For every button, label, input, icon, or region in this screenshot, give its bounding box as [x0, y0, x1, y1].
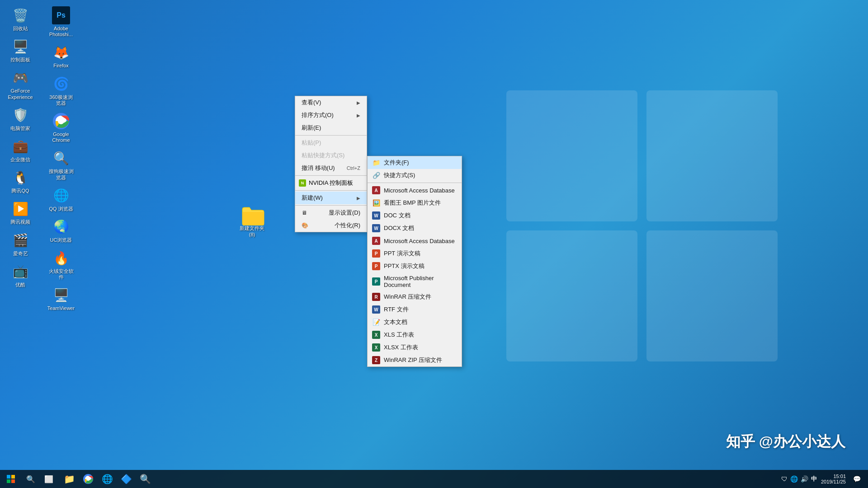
desktop-icon-ps[interactable]: Ps AdobePhotoshi...: [45, 5, 77, 39]
desktop-icon-youku[interactable]: 📺 优酷: [5, 261, 36, 290]
ctx-new-rar[interactable]: R WinRAR 压缩文件: [368, 291, 462, 303]
desktop-icon-yewu[interactable]: 💼 企业微信: [5, 136, 36, 164]
ctx-new-txt-label: 文本文档: [384, 318, 407, 326]
start-button[interactable]: [0, 470, 22, 488]
desktop-icon-firefox[interactable]: 🦊 Firefox: [45, 42, 77, 70]
nvidia-icon: N: [299, 179, 306, 187]
ctx-sort-label: 排序方式(O): [302, 111, 334, 119]
ctx-new-publisher-label: Microsoft Publisher Document: [384, 275, 457, 288]
ctx-undo-label: 撤消 移动(U): [302, 164, 335, 172]
ctx-new-access2[interactable]: A Microsoft Access Database: [368, 235, 462, 247]
ctx-new-xlsx-label: XLSX 工作表: [384, 343, 418, 352]
ctx-new-publisher[interactable]: P Microsoft Publisher Document: [368, 272, 462, 291]
ctx-new-xls[interactable]: X XLS 工作表: [368, 328, 462, 341]
desktop-icon-360speed[interactable]: 🌀 360极速浏览器: [45, 73, 77, 108]
rar-file-icon: R: [372, 293, 380, 301]
context-menu-main: 查看(V) ▶ 排序方式(O) ▶ 刷新(E) 粘贴(P) 粘贴快捷方式(S) …: [295, 96, 367, 232]
desktop-icon-tengxun[interactable]: ▶️ 腾讯视频: [5, 198, 36, 227]
360speed-label: 360极速浏览器: [49, 94, 72, 106]
desktop-icon-diannao[interactable]: 🛡️ 电脑管家: [5, 104, 36, 133]
desktop-icon-kongzhi[interactable]: 🖥️ 控制面板: [5, 36, 36, 65]
360speed-icon: 🌀: [52, 75, 70, 93]
tray-volume[interactable]: 🔊: [801, 475, 808, 483]
huishao-icon: 🗑️: [11, 6, 29, 24]
ctx-new-bmp[interactable]: 🖼️ 看图王 BMP 图片文件: [368, 197, 462, 209]
ctx-display[interactable]: 🖥 显示设置(D): [295, 206, 367, 219]
geforce-label: GeForceExperience: [8, 88, 33, 100]
ctx-new-docx-label: DOCX 文档: [384, 224, 414, 232]
ctx-undo[interactable]: 撤消 移动(U) Ctrl+Z: [295, 162, 367, 174]
geforce-icon: 🎮: [11, 69, 29, 87]
ctx-sort[interactable]: 排序方式(O) ▶: [295, 109, 367, 122]
ctx-paste-label: 粘贴(P): [302, 139, 321, 147]
qq-icon: 🐧: [11, 169, 29, 187]
taskbar-explorer[interactable]: 📁: [60, 470, 78, 488]
desktop-icon-huocheng[interactable]: 🔥 火绒安全软件: [45, 247, 77, 282]
desktop-icon-iqiyi[interactable]: 🎬 爱奇艺: [5, 230, 36, 258]
taskbar-clock[interactable]: 15:01 2019/11/25: [819, 474, 848, 484]
chrome-label: GoogleChrome: [52, 131, 70, 143]
ctx-view-label: 查看(V): [302, 99, 321, 107]
uc-icon: 🌏: [52, 218, 70, 236]
taskbar-search-app[interactable]: 🔍: [136, 470, 154, 488]
ctx-new-pptx[interactable]: P PPTX 演示文稿: [368, 260, 462, 272]
ctx-new-ppt-label: PPT 演示文稿: [384, 249, 420, 258]
ctx-nvidia[interactable]: N NVIDIA 控制面板: [295, 177, 367, 189]
ctx-new-shortcut[interactable]: 🔗 快捷方式(S): [368, 169, 462, 182]
ctx-new-doc[interactable]: W DOC 文档: [368, 209, 462, 222]
folder-file-icon: 📁: [372, 159, 380, 167]
svg-rect-8: [11, 475, 15, 479]
ctx-new-rtf[interactable]: W RTF 文件: [368, 303, 462, 316]
task-view-button[interactable]: ⬜: [40, 470, 58, 488]
desktop-icon-qq[interactable]: 🐧 腾讯QQ: [5, 167, 36, 196]
ps-label: AdobePhotoshi...: [49, 26, 73, 38]
desktop-icon-row-0: 🗑️ 回收站 🖥️ 控制面板 🎮 GeForceExperience 🛡️ 电脑…: [5, 5, 77, 314]
taskbar-edge[interactable]: 🌐: [98, 470, 116, 488]
youku-icon: 📺: [11, 263, 29, 281]
desktop-icon-teamviewer[interactable]: 🖥️ TeamViewer: [45, 284, 77, 313]
youku-label: 优酷: [15, 282, 25, 288]
taskbar-chrome[interactable]: [79, 470, 97, 488]
notification-button[interactable]: 💬: [850, 470, 863, 488]
desktop-icon-huishao[interactable]: 🗑️ 回收站: [5, 5, 36, 33]
desktop-icon-chrome[interactable]: GoogleChrome: [45, 110, 77, 145]
ctx-new-arrow: ▶: [357, 196, 360, 201]
ctx-new-txt[interactable]: 📝 文本文档: [368, 316, 462, 328]
ctx-new-ppt[interactable]: P PPT 演示文稿: [368, 247, 462, 260]
desktop-icon-uc[interactable]: 🌏 UC浏览器: [45, 216, 77, 245]
qqbrowser-icon: 🌐: [52, 187, 70, 205]
windows-start-icon: [7, 475, 15, 483]
teamviewer-icon: 🖥️: [52, 286, 70, 304]
huishao-label: 回收站: [13, 26, 28, 32]
ctx-new-docx[interactable]: W DOCX 文档: [368, 222, 462, 235]
tray-lang[interactable]: 中: [811, 475, 817, 483]
desktop-icon-qqbrowser[interactable]: 🌐 QQ 浏览器: [45, 185, 77, 214]
tray-shield[interactable]: 🛡: [781, 475, 788, 483]
tray-network[interactable]: 🌐: [790, 475, 798, 483]
ctx-new[interactable]: 新建(W) ▶: [295, 192, 367, 204]
desktop-icon-geforce[interactable]: 🎮 GeForceExperience: [5, 67, 36, 102]
ctx-new-zip[interactable]: Z WinRAR ZIP 压缩文件: [368, 354, 462, 366]
shortcut-file-icon: 🔗: [372, 171, 380, 179]
taskbar-ie[interactable]: 🔷: [117, 470, 135, 488]
taskbar-pinned-apps: 📁 🌐 🔷 🔍: [60, 470, 154, 488]
desktop-icon-sogou[interactable]: 🔍 搜狗极速浏览器: [45, 147, 77, 182]
system-tray: 🛡 🌐 🔊 中: [781, 475, 817, 483]
ctx-new-access1[interactable]: A Microsoft Access Database: [368, 184, 462, 197]
ctx-new-folder[interactable]: 📁 文件夹(F): [368, 156, 462, 169]
ctx-view[interactable]: 查看(V) ▶: [295, 96, 367, 109]
desktop-folder-new[interactable]: 新建文件夹(8): [235, 206, 269, 237]
diannao-label: 电脑管家: [10, 126, 30, 131]
ctx-new-doc-label: DOC 文档: [384, 211, 410, 220]
ctx-new-zip-label: WinRAR ZIP 压缩文件: [384, 356, 442, 364]
taskbar-right-area: 🛡 🌐 🔊 中 15:01 2019/11/25 💬: [781, 470, 868, 488]
ctx-new-xlsx[interactable]: X XLSX 工作表: [368, 341, 462, 354]
taskbar: 🔍 ⬜ 📁 🌐 🔷 🔍 🛡 🌐 🔊 中 15:01 2019/11/25: [0, 470, 868, 488]
ctx-personalize[interactable]: 🎨 个性化(R): [295, 219, 367, 232]
svg-rect-1: [646, 90, 778, 221]
iqiyi-label: 爱奇艺: [13, 251, 28, 257]
iqiyi-icon: 🎬: [11, 231, 29, 249]
search-button[interactable]: 🔍: [22, 470, 40, 488]
ctx-new-access1-label: Microsoft Access Database: [384, 187, 455, 194]
ctx-refresh[interactable]: 刷新(E): [295, 122, 367, 134]
